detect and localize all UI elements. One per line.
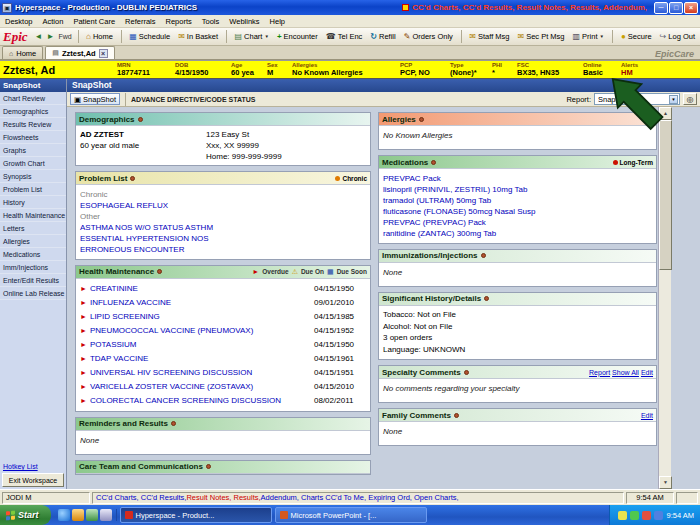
tab-home[interactable]: ⌂ Home — [2, 46, 43, 59]
sidebar-item-enter-edit-results[interactable]: Enter/Edit Results — [0, 274, 66, 287]
sidebar-item-results-review[interactable]: Results Review — [0, 118, 66, 131]
exit-workspace-button[interactable]: Exit Workspace — [2, 473, 64, 487]
hm-item-name[interactable]: INFLUENZA VACCINE — [90, 298, 311, 308]
menu-action[interactable]: Action — [43, 17, 64, 26]
problem-item[interactable]: ESSENTIAL HYPERTENSION NOS — [80, 234, 366, 244]
medication-item[interactable]: tramadol (ULTRAM) 50mg Tab — [383, 196, 652, 206]
pin-icon[interactable] — [130, 176, 135, 181]
refill-button[interactable]: ↻ Refill — [368, 31, 397, 42]
tab-patient-zztest[interactable]: ▤ Zztest,Ad × — [45, 46, 114, 59]
sidebar-item-synopsis[interactable]: Synopsis — [0, 170, 66, 183]
sidebar-item-problem-list[interactable]: Problem List — [0, 183, 66, 196]
pin-icon[interactable] — [157, 269, 162, 274]
banner-field-allergies[interactable]: Allergies No Known Allergies — [290, 61, 398, 78]
forward-label[interactable]: Fwd — [58, 33, 71, 40]
pin-icon[interactable] — [431, 160, 436, 165]
problem-item[interactable]: ASTHMA NOS W/O STATUS ASTHM — [80, 223, 366, 233]
menu-tools[interactable]: Tools — [202, 17, 220, 26]
quick-launch-app-icon[interactable] — [86, 509, 98, 521]
medication-item[interactable]: fluticasone (FLONASE) 50mcg Nasal Susp — [383, 207, 652, 217]
quick-launch-mail-icon[interactable] — [72, 509, 84, 521]
pin-icon[interactable] — [419, 117, 424, 122]
home-button[interactable]: ⌂ Home — [84, 31, 115, 42]
hm-item-name[interactable]: UNIVERSAL HIV SCREENING DISCUSSION — [90, 368, 311, 378]
tray-icon-1[interactable] — [618, 511, 627, 520]
problem-item[interactable]: ERRONEOUS ENCOUNTER — [80, 245, 366, 255]
pin-icon[interactable] — [171, 421, 176, 426]
pin-icon[interactable] — [481, 253, 486, 258]
sidebar-item-demographics[interactable]: Demographics — [0, 105, 66, 118]
pin-icon[interactable] — [138, 117, 143, 122]
close-button[interactable]: × — [684, 2, 698, 14]
report-dropdown-icon[interactable]: ▼ — [669, 95, 678, 104]
scroll-down-icon[interactable]: ▼ — [659, 476, 672, 489]
report-link[interactable]: Report — [589, 369, 610, 376]
medication-item[interactable]: ranitidine (ZANTAC) 300mg Tab — [383, 229, 652, 239]
orders-only-button[interactable]: ✎ Orders Only — [402, 31, 455, 42]
chronic-filter[interactable]: Chronic — [335, 175, 367, 182]
forward-icon[interactable]: ► — [46, 32, 54, 41]
sidebar-item-growth-chart[interactable]: Growth Chart — [0, 157, 66, 170]
patient-name[interactable]: Zztest, Ad — [3, 64, 115, 76]
menu-reports[interactable]: Reports — [166, 17, 192, 26]
problem-item[interactable]: ESOPHAGEAL REFLUX — [80, 201, 366, 211]
tray-icon-2[interactable] — [630, 511, 639, 520]
quick-launch-desktop-icon[interactable] — [100, 509, 112, 521]
sidebar-item-snapshot[interactable]: SnapShot — [0, 79, 66, 92]
menu-patient-care[interactable]: Patient Care — [73, 17, 115, 26]
sidebar-item-letters[interactable]: Letters — [0, 222, 66, 235]
quick-launch-browser-icon[interactable] — [58, 509, 70, 521]
secure-button[interactable]: ● Secure — [619, 31, 654, 42]
staff-msg-button[interactable]: ✉ Staff Msg — [467, 31, 511, 42]
report-search-button[interactable]: ◎ — [683, 93, 697, 105]
pin-icon[interactable] — [464, 370, 469, 375]
pin-icon[interactable] — [484, 296, 489, 301]
medication-item[interactable]: PREVPAC (PREVPAC) Pack — [383, 218, 652, 228]
sidebar-item-history[interactable]: History — [0, 196, 66, 209]
hm-item-name[interactable]: PNEUMOCOCCAL VACCINE (PNEUMOVAX) — [90, 326, 311, 336]
medication-item[interactable]: lisinopril (PRINIVIL, ZESTRIL) 10mg Tab — [383, 185, 652, 195]
start-button[interactable]: Start — [0, 505, 51, 525]
tray-icon-4[interactable] — [654, 511, 663, 520]
menu-weblinks[interactable]: Weblinks — [229, 17, 259, 26]
taskbar-window-powerpoint[interactable]: Microsoft PowerPoint - [... — [275, 507, 427, 523]
print-button[interactable]: ▥ Print ▼ — [571, 31, 606, 42]
encounter-button[interactable]: + Encounter — [275, 31, 320, 42]
sidebar-item-medications[interactable]: Medications — [0, 248, 66, 261]
pin-icon[interactable] — [454, 413, 459, 418]
menu-desktop[interactable]: Desktop — [5, 17, 33, 26]
back-icon[interactable]: ◄ — [35, 32, 43, 41]
hm-item-name[interactable]: TDAP VACCINE — [90, 354, 311, 364]
sidebar-item-chart-review[interactable]: Chart Review — [0, 92, 66, 105]
schedule-button[interactable]: ▦ Schedule — [127, 31, 172, 42]
vertical-scrollbar[interactable]: ▲ ▼ — [658, 107, 671, 489]
hm-item-name[interactable]: VARICELLA ZOSTER VACCINE (ZOSTAVAX) — [90, 382, 311, 392]
sidebar-item-allergies[interactable]: Allergies — [0, 235, 66, 248]
in-basket-button[interactable]: ✉ In Basket — [176, 31, 220, 42]
minimize-button[interactable]: ─ — [654, 2, 668, 14]
sidebar-item-health-maintenance[interactable]: Health Maintenance — [0, 209, 66, 222]
taskbar-window-hyperspace[interactable]: Hyperspace - Product... — [120, 507, 272, 523]
log-out-button[interactable]: ↪ Log Out — [658, 31, 697, 42]
maximize-button[interactable]: □ — [669, 2, 683, 14]
tel-enc-button[interactable]: ☎ Tel Enc — [324, 31, 365, 42]
menu-referrals[interactable]: Referrals — [125, 17, 155, 26]
menu-help[interactable]: Help — [270, 17, 285, 26]
sec-pt-msg-button[interactable]: ✉ Sec Pt Msg — [515, 31, 566, 42]
tab-close-icon[interactable]: × — [99, 49, 108, 58]
scrollbar-thumb[interactable] — [659, 120, 672, 270]
hm-item-name[interactable]: POTASSIUM — [90, 340, 311, 350]
sidebar-item-flowsheets[interactable]: Flowsheets — [0, 131, 66, 144]
tray-icon-3[interactable] — [642, 511, 651, 520]
snapshot-view-button[interactable]: ▣ SnapShot — [70, 93, 120, 105]
hm-item-name[interactable]: CREATININE — [90, 284, 311, 294]
long-term-filter[interactable]: Long-Term — [613, 159, 653, 166]
pin-icon[interactable] — [206, 464, 211, 469]
medication-item[interactable]: PREVPAC Pack — [383, 174, 652, 184]
sidebar-item-online-lab-release[interactable]: Online Lab Release — [0, 287, 66, 300]
hm-item-name[interactable]: COLORECTAL CANCER SCREENING DISCUSSION — [90, 396, 311, 406]
hotkey-list-link[interactable]: Hotkey List — [3, 463, 64, 470]
hm-item-name[interactable]: LIPID SCREENING — [90, 312, 311, 322]
edit-link[interactable]: Edit — [641, 369, 653, 376]
show-all-link[interactable]: Show All — [612, 369, 639, 376]
